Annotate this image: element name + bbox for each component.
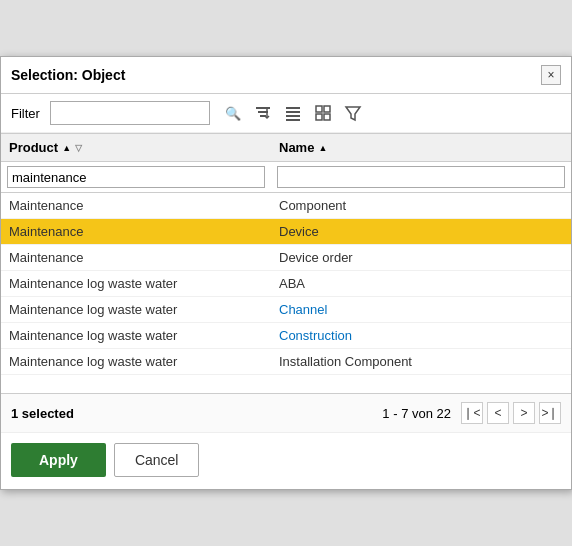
product-cell: Maintenance log waste water <box>1 271 271 296</box>
svg-rect-4 <box>286 107 300 109</box>
table-row[interactable]: MaintenanceDevice <box>1 219 571 245</box>
lines-icon[interactable] <box>280 100 306 126</box>
product-cell: Maintenance log waste water <box>1 297 271 322</box>
name-cell: Component <box>271 193 571 218</box>
product-cell: Maintenance <box>1 193 271 218</box>
product-cell: Maintenance <box>1 245 271 270</box>
data-rows: MaintenanceComponentMaintenanceDeviceMai… <box>1 193 571 393</box>
sort-up-icon-name: ▲ <box>318 143 327 153</box>
dialog-title: Selection: Object <box>11 67 125 83</box>
pagination: 1 - 7 von 22 ❘< < > >❘ <box>382 402 561 424</box>
table-row[interactable]: Maintenance log waste waterConstruction <box>1 323 571 349</box>
table-header: Product ▲ ▽ Name ▲ <box>1 133 571 162</box>
table-row[interactable]: MaintenanceComponent <box>1 193 571 219</box>
table-row[interactable]: MaintenanceDevice order <box>1 245 571 271</box>
filter-input[interactable] <box>50 101 210 125</box>
name-cell: Device order <box>271 245 571 270</box>
svg-marker-12 <box>346 107 360 120</box>
filter-rows-icon[interactable] <box>250 100 276 126</box>
selected-count: 1 selected <box>11 406 74 421</box>
svg-rect-0 <box>256 107 270 109</box>
first-page-button[interactable]: ❘< <box>461 402 483 424</box>
col-header-product[interactable]: Product ▲ ▽ <box>1 134 271 161</box>
action-row: Apply Cancel <box>1 432 571 489</box>
dialog-header: Selection: Object × <box>1 57 571 94</box>
svg-rect-10 <box>316 114 322 120</box>
funnel-icon[interactable] <box>340 100 366 126</box>
footer-row: 1 selected 1 - 7 von 22 ❘< < > >❘ <box>1 393 571 432</box>
table-container: Product ▲ ▽ Name ▲ MaintenanceComponentM… <box>1 133 571 393</box>
svg-rect-7 <box>286 119 300 121</box>
filter-row: Filter 🔍 <box>1 94 571 133</box>
grid-icon[interactable] <box>310 100 336 126</box>
name-cell: Channel <box>271 297 571 322</box>
table-row[interactable]: Maintenance log waste waterChannel <box>1 297 571 323</box>
page-info: 1 - 7 von 22 <box>382 406 451 421</box>
svg-rect-9 <box>324 106 330 112</box>
svg-rect-5 <box>286 111 300 113</box>
svg-rect-8 <box>316 106 322 112</box>
product-cell: Maintenance log waste water <box>1 323 271 348</box>
sort-up-icon: ▲ <box>62 143 71 153</box>
table-row[interactable]: Maintenance log waste waterABA <box>1 271 571 297</box>
name-cell: Device <box>271 219 571 244</box>
apply-button[interactable]: Apply <box>11 443 106 477</box>
last-page-button[interactable]: >❘ <box>539 402 561 424</box>
product-filter-input[interactable] <box>7 166 265 188</box>
col-header-name[interactable]: Name ▲ <box>271 134 571 161</box>
product-filter-cell <box>1 162 271 192</box>
name-filter-input[interactable] <box>277 166 565 188</box>
filter-label: Filter <box>11 106 40 121</box>
name-cell: ABA <box>271 271 571 296</box>
selection-dialog: Selection: Object × Filter 🔍 Pro <box>0 56 572 490</box>
product-cell: Maintenance log waste water <box>1 349 271 374</box>
column-filters-row <box>1 162 571 193</box>
svg-rect-6 <box>286 115 300 117</box>
close-button[interactable]: × <box>541 65 561 85</box>
name-filter-cell <box>271 162 571 192</box>
svg-rect-11 <box>324 114 330 120</box>
name-cell: Construction <box>271 323 571 348</box>
sort-filter-icon: ▽ <box>75 143 82 153</box>
cancel-button[interactable]: Cancel <box>114 443 200 477</box>
product-cell: Maintenance <box>1 219 271 244</box>
next-page-button[interactable]: > <box>513 402 535 424</box>
name-cell: Installation Component <box>271 349 571 374</box>
prev-page-button[interactable]: < <box>487 402 509 424</box>
search-icon[interactable]: 🔍 <box>220 100 246 126</box>
table-row[interactable]: Maintenance log waste waterInstallation … <box>1 349 571 375</box>
toolbar-icons: 🔍 <box>220 100 366 126</box>
